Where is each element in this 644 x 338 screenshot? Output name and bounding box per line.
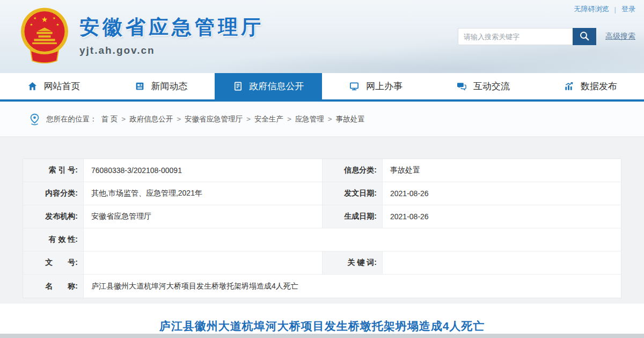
monitor-icon bbox=[349, 81, 360, 91]
breadcrumb-link[interactable]: 首 页 bbox=[101, 115, 118, 123]
svg-text:★: ★ bbox=[30, 23, 33, 26]
nav-item-label: 网站首页 bbox=[44, 80, 80, 92]
location-pin-icon bbox=[30, 113, 40, 125]
brand: ★ ★ ★ ★ ★ 安徽省应急管理厅 yjt.ah.gov.cn bbox=[18, 6, 264, 63]
svg-text:★: ★ bbox=[33, 16, 36, 20]
search-icon bbox=[579, 31, 590, 43]
national-emblem-icon: ★ ★ ★ ★ ★ bbox=[18, 6, 71, 63]
info-table-section: 索 引 号:76080338-3/202108-00091信息分类:事故处置内容… bbox=[0, 137, 644, 304]
nav-item-home[interactable]: 网站首页 bbox=[0, 73, 107, 99]
top-links-separator: | bbox=[614, 5, 616, 13]
top-links: 无障碍浏览|登录 bbox=[574, 4, 635, 14]
info-label: 关 键 词: bbox=[323, 251, 383, 274]
breadcrumb-separator: > bbox=[177, 115, 181, 123]
info-table: 索 引 号:76080338-3/202108-00091信息分类:事故处置内容… bbox=[23, 159, 621, 298]
site-header: 无障碍浏览|登录 ★ ★ ★ ★ ★ bbox=[0, 0, 644, 73]
breadcrumb-link[interactable]: 安徽省应急管理厅 bbox=[185, 115, 243, 123]
info-label: 发布机构: bbox=[23, 205, 84, 228]
info-label: 生成日期: bbox=[323, 205, 383, 228]
search-button[interactable] bbox=[573, 28, 596, 45]
info-value bbox=[84, 251, 323, 274]
nav-item-news[interactable]: 新闻动态 bbox=[107, 73, 215, 99]
news-icon bbox=[135, 81, 145, 91]
site-title: 安徽省应急管理厅 bbox=[79, 14, 264, 41]
nav-item-gov-info[interactable]: 政府信息公开 bbox=[215, 73, 322, 99]
article-title-section: 庐江县徽州大道杭埠河大桥项目发生桥墩托架坍塌造成4人死亡 bbox=[0, 304, 644, 334]
home-icon bbox=[27, 81, 38, 91]
info-table-row: 文 号:关 键 词: bbox=[23, 251, 621, 275]
breadcrumb-prefix: 您所在的位置： bbox=[46, 114, 97, 124]
info-value bbox=[84, 228, 621, 251]
breadcrumb-separator: > bbox=[246, 115, 251, 123]
article-title: 庐江县徽州大道杭埠河大桥项目发生桥墩托架坍塌造成4人死亡 bbox=[0, 319, 644, 334]
info-table-row: 索 引 号:76080338-3/202108-00091信息分类:事故处置 bbox=[23, 159, 621, 182]
breadcrumb-separator: > bbox=[287, 115, 291, 123]
breadcrumb-items: 首 页>政府信息公开>安徽省应急管理厅>安全生产>应急管理>事故处置 bbox=[101, 114, 365, 124]
breadcrumb-link[interactable]: 政府信息公开 bbox=[129, 115, 173, 123]
search-input[interactable] bbox=[458, 28, 573, 45]
info-label: 信息分类: bbox=[323, 159, 383, 182]
info-value: 2021-08-26 bbox=[383, 182, 621, 205]
nav-item-interaction[interactable]: 互动交流 bbox=[429, 73, 537, 99]
breadcrumb-link[interactable]: 事故处置 bbox=[336, 115, 365, 123]
info-table-row: 内容分类:其他,市场监管、应急管理,2021年发文日期:2021-08-26 bbox=[23, 182, 621, 205]
nav-item-label: 数据发布 bbox=[581, 80, 617, 92]
breadcrumb: 您所在的位置： 首 页>政府信息公开>安徽省应急管理厅>安全生产>应急管理>事故… bbox=[0, 102, 644, 137]
svg-text:★: ★ bbox=[41, 15, 48, 24]
nav-item-label: 新闻动态 bbox=[151, 80, 188, 92]
advanced-search-link[interactable]: 高级搜索 bbox=[605, 32, 635, 41]
info-value: 安徽省应急管理厅 bbox=[84, 205, 323, 228]
info-label: 文 号: bbox=[23, 251, 84, 274]
chat-icon bbox=[456, 81, 467, 91]
search-area: 高级搜索 bbox=[458, 28, 635, 45]
bottom-strip bbox=[0, 334, 644, 338]
main-nav: 网站首页新闻动态政府信息公开网上办事互动交流数据发布 bbox=[0, 73, 644, 102]
nav-item-label: 互动交流 bbox=[473, 80, 510, 92]
info-label: 有 效 性: bbox=[23, 228, 84, 251]
info-label: 发文日期: bbox=[323, 182, 383, 205]
info-value: 事故处置 bbox=[383, 159, 621, 182]
site-url: yjt.ah.gov.cn bbox=[79, 45, 264, 56]
breadcrumb-link[interactable]: 安全生产 bbox=[254, 115, 283, 123]
chart-icon bbox=[564, 81, 574, 91]
info-label: 内容分类: bbox=[23, 182, 84, 205]
nav-item-data-release[interactable]: 数据发布 bbox=[537, 73, 644, 99]
nav-item-label: 政府信息公开 bbox=[250, 80, 304, 92]
national-emblem-logo[interactable]: ★ ★ ★ ★ ★ bbox=[18, 6, 71, 63]
breadcrumb-separator: > bbox=[121, 115, 126, 123]
document-icon bbox=[233, 81, 243, 91]
breadcrumb-link[interactable]: 应急管理 bbox=[295, 115, 324, 123]
info-label: 名 称: bbox=[23, 275, 84, 298]
info-table-row: 有 效 性: bbox=[23, 228, 621, 251]
nav-item-online-services[interactable]: 网上办事 bbox=[322, 73, 429, 99]
top-link-login[interactable]: 登录 bbox=[621, 4, 635, 14]
info-value: 其他,市场监管、应急管理,2021年 bbox=[84, 182, 323, 205]
svg-text:★: ★ bbox=[53, 16, 56, 20]
info-table-row: 发布机构:安徽省应急管理厅生成日期:2021-08-26 bbox=[23, 205, 621, 228]
brand-text: 安徽省应急管理厅 yjt.ah.gov.cn bbox=[79, 14, 264, 56]
info-value: 庐江县徽州大道杭埠河大桥项目发生桥墩托架坍塌造成4人死亡 bbox=[84, 275, 621, 298]
info-label: 索 引 号: bbox=[23, 159, 84, 182]
svg-text:★: ★ bbox=[56, 23, 60, 26]
page: 无障碍浏览|登录 ★ ★ ★ ★ ★ bbox=[0, 0, 644, 338]
breadcrumb-separator: > bbox=[328, 115, 332, 123]
top-link-accessibility[interactable]: 无障碍浏览 bbox=[574, 4, 609, 14]
info-value bbox=[383, 251, 621, 274]
nav-item-label: 网上办事 bbox=[366, 80, 402, 92]
info-table-row: 名 称:庐江县徽州大道杭埠河大桥项目发生桥墩托架坍塌造成4人死亡 bbox=[23, 275, 621, 298]
info-value: 76080338-3/202108-00091 bbox=[84, 159, 323, 182]
info-value: 2021-08-26 bbox=[383, 205, 621, 228]
